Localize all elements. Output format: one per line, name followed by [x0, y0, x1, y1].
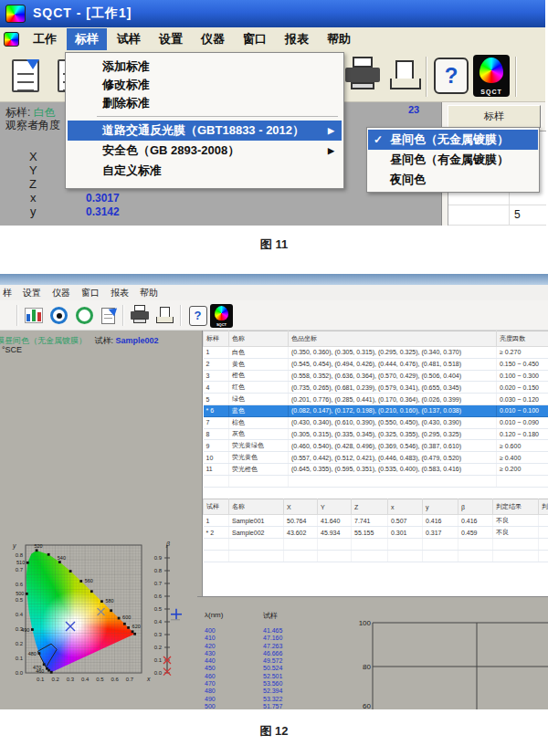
table-row[interactable]: 11荧光橙色(0.645, 0.355), (0.595, 0.351), (0… — [204, 463, 548, 475]
table-cell[interactable]: 荧光黄绿色 — [229, 440, 289, 452]
table-cell[interactable]: 0.459 — [458, 527, 493, 539]
table-cell[interactable]: * 2 — [204, 527, 229, 539]
column-header[interactable]: 色品坐标 — [289, 331, 497, 347]
table-cell[interactable]: 11 — [204, 463, 229, 475]
table-cell[interactable]: Sample002 — [229, 527, 284, 539]
menu-sample[interactable]: 试样 — [109, 28, 149, 50]
table-cell[interactable]: 5 — [204, 394, 229, 405]
table-cell[interactable]: 0.120 ~ 0.180 — [497, 428, 548, 440]
table-cell[interactable] — [539, 515, 548, 527]
table-cell[interactable]: ≥ 0.270 — [497, 347, 548, 359]
table-cell[interactable]: 0.507 — [388, 515, 423, 527]
table-cell[interactable]: 荧光黄色 — [229, 452, 289, 464]
table-cell[interactable]: (0.557, 0.442), (0.512, 0.421), (0.446, … — [289, 452, 497, 464]
menu-settings[interactable]: 设置 — [17, 287, 47, 299]
column-header[interactable]: 亮度因数 — [497, 331, 548, 347]
menu-item-modify-standard[interactable]: 修改标准 — [68, 76, 342, 94]
table-cell[interactable]: (0.201, 0.776), (0.285, 0.441), (0.170, … — [289, 394, 497, 405]
submenu-item-daytime-no-metal[interactable]: 昼间色（无金属镀膜） — [368, 130, 538, 150]
column-header[interactable]: Y — [318, 499, 352, 515]
table-cell[interactable]: 0.416 — [423, 515, 458, 527]
table-cell[interactable]: 白色 — [229, 347, 289, 359]
table-cell[interactable]: 红色 — [229, 382, 289, 394]
about-sqct-button[interactable]: SQCT — [209, 303, 234, 328]
table-cell[interactable]: 0.317 — [423, 527, 458, 539]
measure-sce-button[interactable] — [72, 303, 97, 328]
column-header[interactable]: X — [284, 499, 318, 515]
table-row[interactable]: 2黄色(0.545, 0.454), (0.494, 0.426), (0.44… — [204, 358, 548, 370]
table-cell[interactable]: 7.741 — [352, 515, 388, 527]
table-cell[interactable]: 1 — [204, 347, 229, 359]
table-cell[interactable]: 0.416 — [458, 515, 493, 527]
column-header[interactable]: x — [388, 499, 423, 515]
print-button[interactable] — [127, 303, 152, 328]
menu-item-delete-standard[interactable]: 删除标准 — [68, 94, 342, 112]
submenu-item-night-color[interactable]: 夜间色 — [368, 170, 538, 190]
table-cell[interactable]: 2 — [204, 358, 229, 370]
table-cell[interactable]: (0.460, 0.540), (0.428, 0.496), (0.369, … — [289, 440, 497, 452]
measure-sci-button[interactable] — [47, 303, 71, 328]
column-header[interactable]: y — [423, 499, 458, 515]
menu-item-safety-color[interactable]: 安全色（GB 2893-2008） — [68, 141, 342, 161]
table-cell[interactable]: 0.030 ~ 0.120 — [497, 394, 548, 405]
column-header[interactable]: 判定结果 — [493, 499, 539, 515]
menu-help[interactable]: 帮助 — [319, 28, 359, 50]
export-button[interactable] — [96, 303, 121, 328]
table-cell[interactable]: 41.640 — [318, 515, 352, 527]
menu-item-custom-standard[interactable]: 自定义标准 — [68, 161, 342, 181]
menu-item-road-traffic-film[interactable]: 道路交通反光膜（GBT18833 - 2012） — [68, 121, 342, 141]
menu-window[interactable]: 窗口 — [76, 287, 105, 299]
table-cell[interactable]: Sample001 — [229, 515, 284, 527]
table-cell[interactable]: (0.082, 0.147), (0.172, 0.198), (0.210, … — [289, 404, 497, 416]
table-cell[interactable]: (0.350, 0.360), (0.305, 0.315), (0.295, … — [289, 347, 497, 359]
table-cell[interactable]: 3 — [204, 370, 229, 382]
table-row[interactable]: 7棕色(0.430, 0.340), (0.610, 0.390), (0.55… — [204, 416, 548, 428]
table-cell[interactable]: 0.010 ~ 0.090 — [497, 416, 548, 428]
table-cell[interactable]: 0.301 — [388, 527, 423, 539]
menu-report[interactable]: 报表 — [105, 287, 134, 299]
column-header[interactable]: 名称 — [229, 499, 284, 515]
table-cell[interactable]: (0.305, 0.315), (0.335, 0.345), (0.325, … — [289, 428, 497, 440]
submenu-item-daytime-metal[interactable]: 昼间色（有金属镀膜） — [368, 150, 538, 170]
table-cell[interactable]: 43.602 — [284, 527, 318, 539]
chart-view-button[interactable] — [21, 303, 46, 328]
print-preview-button[interactable] — [153, 303, 177, 328]
samples-table[interactable]: 试样名称XYZxyβ判定结果判1Sample00150.76441.6407.7… — [203, 499, 548, 562]
table-row[interactable]: 3橙色(0.558, 0.352), (0.636, 0.364), (0.57… — [204, 370, 548, 382]
table-cell[interactable]: 4 — [204, 382, 229, 394]
table-row[interactable]: 10荧光黄色(0.557, 0.442), (0.512, 0.421), (0… — [204, 452, 548, 464]
table-cell[interactable]: ≥ 0.400 — [497, 452, 548, 464]
table-cell[interactable]: 0.010 ~ 0.100 — [497, 404, 548, 416]
table-cell[interactable]: (0.545, 0.454), (0.494, 0.426), (0.444, … — [289, 358, 497, 370]
print-preview-button[interactable] — [384, 54, 427, 98]
column-header[interactable]: 标样 — [204, 331, 229, 347]
table-row[interactable]: 8灰色(0.305, 0.315), (0.335, 0.345), (0.32… — [204, 428, 548, 440]
table-cell[interactable]: 绿色 — [229, 394, 289, 405]
table-cell[interactable]: 0.020 ~ 0.150 — [497, 382, 548, 394]
menu-work[interactable]: 工作 — [25, 28, 65, 50]
menu-instrument[interactable]: 仪器 — [47, 287, 76, 299]
menu-report[interactable]: 报表 — [277, 28, 317, 50]
table-cell[interactable]: 45.934 — [318, 527, 352, 539]
table-cell[interactable]: * 6 — [204, 404, 229, 416]
table-cell[interactable]: (0.558, 0.352), (0.636, 0.364), (0.570, … — [289, 370, 497, 382]
standard-column-header[interactable]: 标样 — [448, 105, 541, 128]
table-cell[interactable]: 10 — [204, 452, 229, 464]
table-cell[interactable]: ≥ 0.200 — [497, 463, 548, 475]
table-cell[interactable]: 0.150 ~ 0.450 — [497, 358, 548, 370]
table-cell[interactable]: 棕色 — [229, 416, 289, 428]
table-row[interactable]: * 6蓝色(0.082, 0.147), (0.172, 0.198), (0.… — [204, 404, 548, 416]
menu-window[interactable]: 窗口 — [235, 28, 275, 50]
column-header[interactable]: 色称 — [229, 331, 289, 347]
table-cell[interactable]: 1 — [204, 515, 229, 527]
table-row[interactable]: 1白色(0.350, 0.360), (0.305, 0.315), (0.29… — [204, 347, 548, 359]
table-row[interactable]: 9荧光黄绿色(0.460, 0.540), (0.428, 0.496), (0… — [204, 440, 548, 452]
about-sqct-button[interactable]: SQCT — [471, 54, 511, 98]
table-cell[interactable]: (0.735, 0.265), (0.681, 0.239), (0.579, … — [289, 382, 497, 394]
table-cell[interactable]: 灰色 — [229, 428, 289, 440]
table-cell[interactable]: 8 — [204, 428, 229, 440]
menu-settings[interactable]: 设置 — [151, 28, 191, 50]
menu-standard[interactable]: 标样 — [67, 28, 107, 50]
table-cell[interactable]: 荧光橙色 — [229, 463, 289, 475]
standard-list-button[interactable] — [4, 54, 47, 98]
